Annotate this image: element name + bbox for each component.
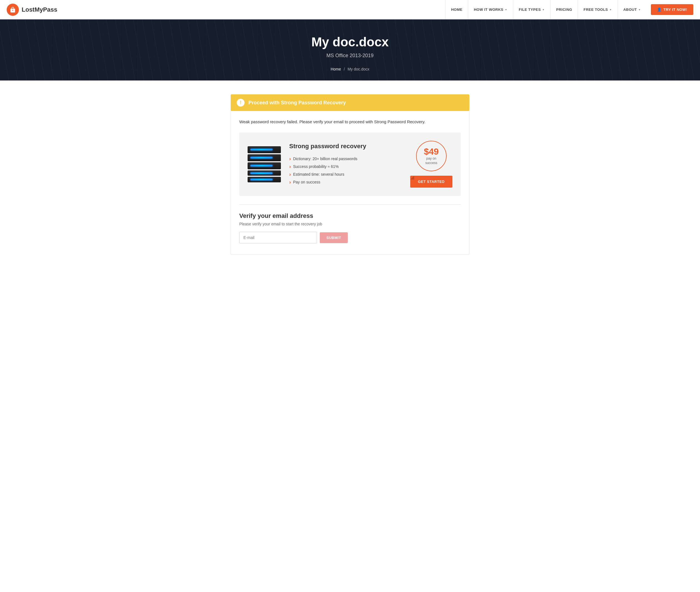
weak-password-message: Weak password recovery failed. Please ve… — [239, 119, 461, 124]
chevron-down-icon: ▼ — [638, 8, 641, 11]
breadcrumb-current: My doc.docx — [348, 67, 369, 71]
breadcrumb-separator: / — [344, 67, 345, 71]
content-card: Weak password recovery failed. Please ve… — [231, 111, 469, 255]
user-icon: 👤 — [657, 7, 662, 12]
hero-title: My doc.docx — [311, 35, 389, 49]
breadcrumb-home-link[interactable]: Home — [331, 67, 341, 71]
try-now-button[interactable]: 👤 TRY IT NOW! — [651, 4, 693, 15]
email-section-description: Please verify your email to start the re… — [239, 222, 461, 226]
nav-file-types[interactable]: FILE TYPES ▼ — [513, 0, 550, 19]
chevron-down-icon: ▼ — [542, 8, 545, 11]
feature-item: Success probability ≈ 61% — [289, 163, 402, 170]
logo-icon — [7, 4, 19, 16]
nav-how-it-works[interactable]: HOW IT WORKS ▼ — [468, 0, 513, 19]
recovery-title: Strong password recovery — [289, 143, 402, 150]
hero-content: My doc.docx MS Office 2013-2019 Home / M… — [311, 35, 389, 71]
nav-about[interactable]: ABOUT ▼ — [617, 0, 646, 19]
logo-link[interactable]: LostMyPass — [7, 4, 57, 16]
nav-free-tools[interactable]: FREE TOOLS ▼ — [578, 0, 617, 19]
lock-icon — [10, 7, 16, 13]
submit-button[interactable]: SUBMIT — [320, 232, 348, 243]
divider — [239, 204, 461, 205]
feature-item: Estimated time: several hours — [289, 170, 402, 178]
email-section: Verify your email address Please verify … — [239, 212, 461, 243]
nav-pricing[interactable]: PRICING — [550, 0, 578, 19]
alert-text: Proceed with Strong Password Recovery — [248, 100, 346, 106]
nav-links: HOME HOW IT WORKS ▼ FILE TYPES ▼ PRICING… — [445, 0, 693, 19]
breadcrumb: Home / My doc.docx — [311, 67, 389, 71]
price-area: $49 pay onsuccess GET STARTED — [410, 141, 452, 188]
feature-list: Dictionary: 20+ billion real passwords S… — [289, 155, 402, 186]
price-label: pay onsuccess — [425, 156, 437, 165]
email-input[interactable] — [239, 232, 317, 243]
hero-section: My doc.docx MS Office 2013-2019 Home / M… — [0, 19, 700, 81]
navbar: LostMyPass HOME HOW IT WORKS ▼ FILE TYPE… — [0, 0, 700, 19]
feature-item: Dictionary: 20+ billion real passwords — [289, 155, 402, 163]
brand-name: LostMyPass — [22, 6, 57, 13]
email-section-title: Verify your email address — [239, 212, 461, 219]
price-circle: $49 pay onsuccess — [416, 141, 447, 171]
feature-item: Pay on success — [289, 178, 402, 186]
email-form: SUBMIT — [239, 232, 461, 243]
recovery-box: Strong password recovery Dictionary: 20+… — [239, 132, 461, 196]
alert-banner: ! Proceed with Strong Password Recovery — [231, 94, 469, 111]
nav-home[interactable]: HOME — [445, 0, 468, 19]
alert-icon: ! — [237, 99, 245, 107]
chevron-down-icon: ▼ — [505, 8, 507, 11]
hero-subtitle: MS Office 2013-2019 — [311, 53, 389, 58]
get-started-button[interactable]: GET STARTED — [410, 176, 452, 188]
price-amount: $49 — [424, 147, 439, 156]
main-content: ! Proceed with Strong Password Recovery … — [225, 94, 475, 255]
chevron-down-icon: ▼ — [609, 8, 612, 11]
server-rack-image — [248, 146, 281, 182]
recovery-details: Strong password recovery Dictionary: 20+… — [289, 143, 402, 186]
